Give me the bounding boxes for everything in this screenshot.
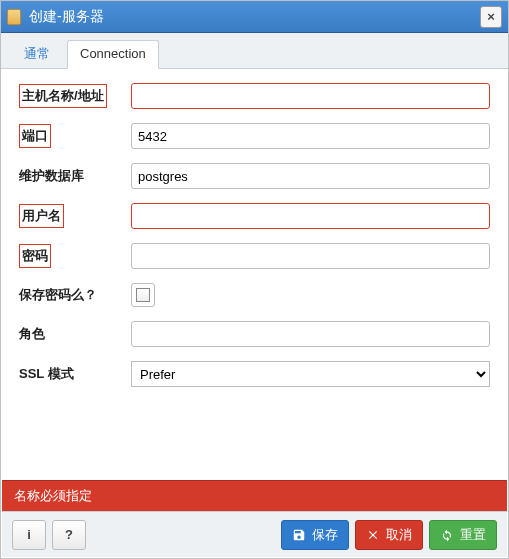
reset-button-label: 重置 (460, 526, 486, 544)
recycle-icon (440, 528, 454, 542)
checkbox-icon (136, 288, 150, 302)
close-icon: × (487, 9, 495, 24)
save-icon (292, 528, 306, 542)
close-icon (366, 528, 380, 542)
maintdb-input[interactable] (131, 163, 490, 189)
sslmode-label: SSL 模式 (19, 366, 74, 381)
savepw-checkbox[interactable] (131, 283, 155, 307)
info-button[interactable]: i (12, 520, 46, 550)
close-button[interactable]: × (480, 6, 502, 28)
sslmode-select[interactable]: Prefer (131, 361, 490, 387)
port-label: 端口 (19, 124, 51, 148)
cancel-button[interactable]: 取消 (355, 520, 423, 550)
reset-button[interactable]: 重置 (429, 520, 497, 550)
cancel-button-label: 取消 (386, 526, 412, 544)
password-input[interactable] (131, 243, 490, 269)
savepw-label: 保存密码么？ (19, 287, 97, 302)
server-icon (7, 9, 21, 25)
form-connection: 主机名称/地址 端口 维护数据库 用户名 密码 保存密码么？ (1, 69, 508, 469)
user-label: 用户名 (19, 204, 64, 228)
port-input[interactable] (131, 123, 490, 149)
info-icon: i (27, 527, 31, 542)
user-input[interactable] (131, 203, 490, 229)
error-message: 名称必须指定 (2, 480, 507, 511)
save-button-label: 保存 (312, 526, 338, 544)
password-label: 密码 (19, 244, 51, 268)
dialog-title: 创建-服务器 (29, 8, 480, 26)
tabs: 通常 Connection (1, 33, 508, 69)
footer: i ? 保存 取消 重置 (2, 511, 507, 557)
tab-connection[interactable]: Connection (67, 40, 159, 69)
host-label: 主机名称/地址 (19, 84, 107, 108)
role-input[interactable] (131, 321, 490, 347)
help-icon: ? (65, 527, 73, 542)
role-label: 角色 (19, 326, 45, 341)
help-button[interactable]: ? (52, 520, 86, 550)
host-input[interactable] (131, 83, 490, 109)
tab-general[interactable]: 通常 (11, 39, 63, 68)
save-button[interactable]: 保存 (281, 520, 349, 550)
maintdb-label: 维护数据库 (19, 168, 84, 183)
titlebar: 创建-服务器 × (1, 1, 508, 33)
